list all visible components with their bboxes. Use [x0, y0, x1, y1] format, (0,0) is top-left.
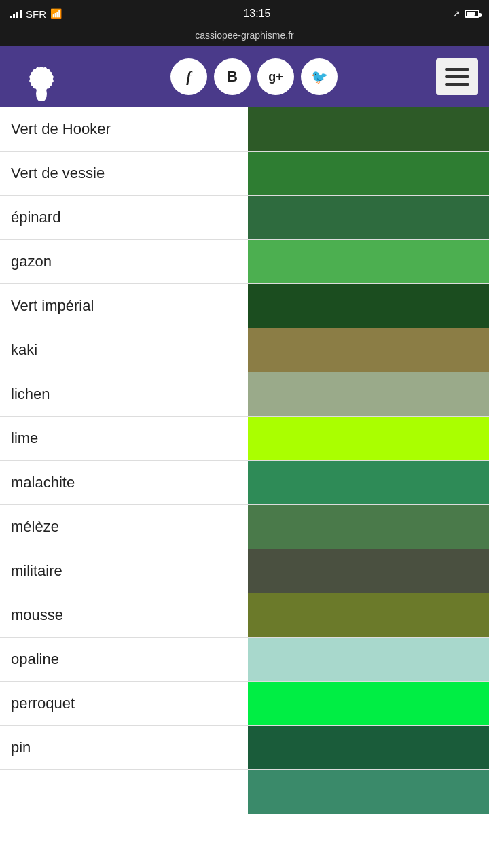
color-name: Vert de Hooker — [0, 107, 248, 151]
twitter-icon[interactable]: 🐦 — [301, 58, 338, 95]
color-swatch — [248, 726, 489, 769]
color-swatch — [248, 328, 489, 372]
color-row[interactable]: perroquet — [0, 682, 489, 726]
color-swatch — [248, 240, 489, 283]
color-swatch — [248, 505, 489, 549]
url-text: cassiopee-graphisme.fr — [195, 30, 294, 41]
color-row[interactable]: épinard — [0, 196, 489, 240]
facebook-icon[interactable]: f — [170, 58, 207, 95]
color-name: mousse — [0, 593, 248, 637]
color-swatch — [248, 593, 489, 637]
color-name: perroquet — [0, 682, 248, 725]
color-swatch — [248, 417, 489, 460]
color-name: opaline — [0, 638, 248, 681]
color-name: gazon — [0, 240, 248, 283]
color-name: Vert de vessie — [0, 152, 248, 195]
color-swatch — [248, 284, 489, 328]
color-swatch — [248, 770, 489, 814]
signal-icon — [10, 9, 22, 18]
color-name: lichen — [0, 372, 248, 416]
battery-icon — [465, 10, 479, 18]
color-row[interactable]: malachite — [0, 461, 489, 505]
location-icon: ↗ — [452, 8, 460, 19]
color-row[interactable]: opaline — [0, 638, 489, 682]
menu-button[interactable] — [436, 58, 478, 95]
color-row[interactable]: Vert de Hooker — [0, 107, 489, 152]
color-name: militaire — [0, 549, 248, 593]
color-swatch — [248, 107, 489, 151]
color-row[interactable]: Vert de vessie — [0, 152, 489, 196]
hamburger-line-2 — [445, 75, 469, 78]
color-row[interactable]: pin — [0, 726, 489, 770]
color-row[interactable]: Vert impérial — [0, 284, 489, 328]
color-list: Vert de HookerVert de vessieépinardgazon… — [0, 107, 489, 814]
color-swatch — [248, 638, 489, 681]
color-name: mélèze — [0, 505, 248, 549]
hamburger-line-3 — [445, 83, 469, 86]
site-header: f B g+ 🐦 — [0, 46, 489, 107]
color-swatch — [248, 152, 489, 195]
color-row[interactable]: militaire — [0, 549, 489, 593]
color-row[interactable]: mélèze — [0, 505, 489, 549]
logo-svg — [14, 53, 69, 101]
color-swatch — [248, 196, 489, 239]
social-icons: f B g+ 🐦 — [79, 58, 429, 95]
color-row[interactable] — [0, 770, 489, 814]
color-row[interactable]: lichen — [0, 372, 489, 417]
color-name: lime — [0, 417, 248, 460]
status-left: SFR 📶 — [10, 8, 62, 20]
status-right: ↗ — [452, 8, 479, 19]
color-swatch — [248, 372, 489, 416]
site-logo[interactable] — [11, 53, 72, 101]
color-row[interactable]: mousse — [0, 593, 489, 638]
color-name — [0, 770, 248, 814]
google-plus-icon[interactable]: g+ — [257, 58, 294, 95]
color-row[interactable]: lime — [0, 417, 489, 461]
url-bar[interactable]: cassiopee-graphisme.fr — [0, 27, 489, 46]
color-swatch — [248, 461, 489, 504]
status-bar: SFR 📶 13:15 ↗ — [0, 0, 489, 27]
clock: 13:15 — [243, 7, 270, 20]
color-row[interactable]: gazon — [0, 240, 489, 284]
color-swatch — [248, 682, 489, 725]
color-name: pin — [0, 726, 248, 769]
color-name: Vert impérial — [0, 284, 248, 328]
wifi-icon: 📶 — [50, 8, 62, 19]
color-name: épinard — [0, 196, 248, 239]
carrier-label: SFR — [26, 8, 46, 20]
color-swatch — [248, 549, 489, 593]
color-row[interactable]: kaki — [0, 328, 489, 372]
hamburger-line-1 — [445, 68, 469, 71]
color-name: malachite — [0, 461, 248, 504]
bold-b-icon[interactable]: B — [214, 58, 251, 95]
color-name: kaki — [0, 328, 248, 372]
